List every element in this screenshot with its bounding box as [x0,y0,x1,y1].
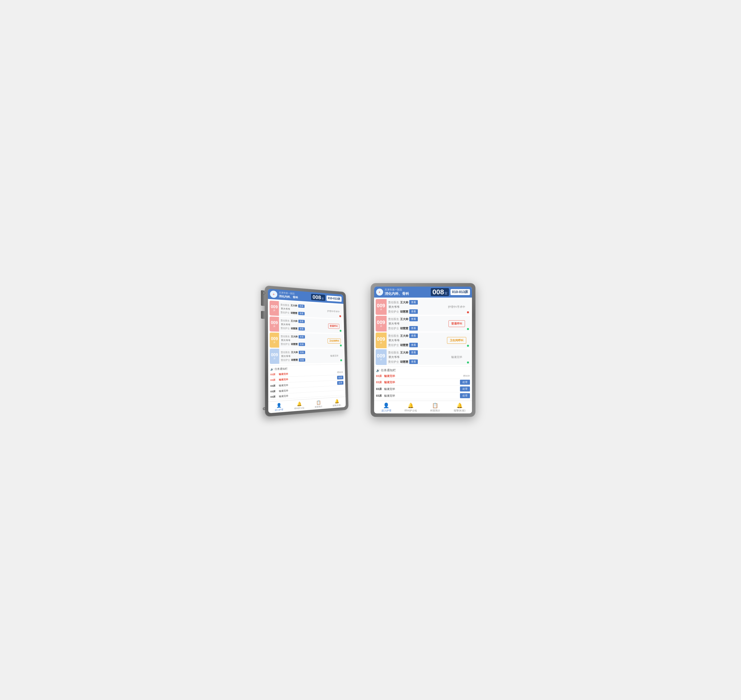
right-bed-card-3: 009 床 责任医生 王大帅 查看 郭大爷爷 责任护士 [376,332,470,348]
right-doctor-row-2: 责任医生 王大帅 查看 [388,317,441,321]
right-nav-dept[interactable]: 📋 科室简介 [423,402,447,412]
bed-num-2: 009 [271,321,278,325]
right-task-title: 🔊 任务通知栏 [376,368,470,372]
status-box-2: 普通呼叫 [328,323,339,328]
left-bottom-nav: 👤 进入护理 🔔 呼叫护士站 📋 科室简介 🔔 报警(长按) [268,396,346,413]
right-view-btn-doctor-4[interactable]: 查看 [409,350,418,355]
right-view-btn-nurse-2[interactable]: 查看 [409,326,418,331]
view-btn-doctor-2[interactable]: 查看 [298,319,305,323]
right-bed-card-1: 009 床 责任医生 王大帅 查看 郭大爷爷 责任护士 [376,299,470,315]
bed-info-3: 责任医生 王大帅 查看 郭大爷爷 责任护士 胡慧慧 查看 [279,333,325,348]
right-bed-status-1: 护理中/手术中 [443,299,470,315]
left-frame: + 天津市第一医院 消化内科、骨科 008 室 010-013床 [265,285,348,417]
right-task-section: 🔊 任务通知栏 03床 输液完毕 呼叫中 03床 输液完毕 处理 03床 [374,366,472,401]
right-status-dot-1 [467,311,469,313]
right-bed-number-4: 009 床 [376,349,387,365]
right-status-box-3: 卫生间呼叫 [447,337,466,344]
bed-card-4: 009 床 责任医生 王大帅 查看 郭大爷爷 责任护士 [269,349,343,364]
bed-number-4: 009 床 [269,349,279,364]
right-bed-info-1: 责任医生 王大帅 查看 郭大爷爷 责任护士 胡慧慧 查看 [387,299,443,315]
status-dot-1 [339,315,341,317]
right-task-row-3: 03床 输液完毕 处理 [376,386,470,393]
right-handle-btn-4[interactable]: 处理 [460,393,470,398]
hospital-name: 天津市第一医院 [279,291,310,297]
right-doctor-row-1: 责任医生 王大帅 查看 [388,300,441,304]
right-bed-status-2: 普通呼叫 [443,316,470,331]
right-bottom-nav: 👤 进入护理 🔔 呼叫护士站 📋 科室简介 🔔 报警(长按) [374,401,472,413]
right-view-btn-nurse-4[interactable]: 查看 [409,359,418,364]
right-hospital-name: 天津市第一医院 [385,288,429,291]
bed-range: 010-013床 [326,295,342,302]
nav-call[interactable]: 🔔 呼叫护士站 [289,401,309,410]
right-task-row-1: 03床 输液完毕 呼叫中 [376,374,470,379]
bed-num-4: 009 [271,353,278,357]
bed-info-1: 责任医生 王大帅 查看 郭大爷爷 责任护士 胡慧慧 查看 [279,301,325,318]
right-status-dot-4 [467,362,469,363]
room-number: 008 [312,294,321,300]
bed-number-2: 009 床 [269,316,279,332]
right-bed-status-3: 卫生间呼叫 [443,332,470,348]
left-bed-list: 009 床 责任医生 王大帅 查看 郭大爷爷 责任护士 [268,299,345,365]
right-bed-info-3: 责任医生 王大帅 查看 郭大爷爷 责任护士 胡慧慧 查看 [387,332,443,348]
bed-number-3: 009 床 [269,332,279,348]
view-btn-nurse-3[interactable]: 查看 [298,343,305,346]
right-room-number: 008 [432,288,444,296]
hospital-info: 天津市第一医院 消化内科、骨科 [279,291,310,300]
right-alarm-icon: 🔔 [456,402,463,409]
bed-number-1: 009 床 [269,301,279,316]
room-label: 室 [322,297,324,300]
view-btn-doctor-1[interactable]: 查看 [298,304,304,308]
doctor-row-2: 责任医生 王大帅 查看 [281,319,323,324]
right-bed-info-2: 责任医生 王大帅 查看 郭大爷爷 责任护士 胡慧慧 查看 [387,316,443,331]
handle-btn-3[interactable]: 处理 [337,381,343,385]
right-bed-number-2: 009 床 [376,316,387,331]
right-bed-number-1: 009 床 [376,299,387,315]
right-handle-btn-2[interactable]: 处理 [460,380,470,385]
right-view-btn-doctor-3[interactable]: 查看 [409,334,418,338]
right-view-btn-doctor-2[interactable]: 查看 [409,317,418,321]
right-call-icon: 🔔 [407,402,414,409]
patient-3: 郭大爷爷 [281,338,323,342]
view-btn-doctor-4[interactable]: 查看 [298,351,305,354]
view-btn-nurse-1[interactable]: 查看 [298,312,304,315]
nav-nursing[interactable]: 👤 进入护理 [268,402,289,412]
screw-bottom-left [263,407,266,410]
dept-icon: 📋 [316,400,321,405]
view-btn-doctor-3[interactable]: 查看 [298,335,305,338]
right-room-badge: 008 室 [431,288,449,296]
right-view-btn-nurse-1[interactable]: 查看 [409,309,418,314]
view-btn-nurse-2[interactable]: 查看 [298,327,305,331]
nav-dept[interactable]: 📋 科室简介 [309,399,328,409]
right-task-row-2: 03床 输液完毕 处理 [376,379,470,386]
nurse-row-2: 责任护士 胡慧慧 查看 [281,326,323,331]
right-bed-list: 009 床 责任医生 王大帅 查看 郭大爷爷 责任护士 [374,298,472,366]
view-btn-nurse-4[interactable]: 查看 [299,358,305,362]
bed-card-3: 009 床 责任医生 王大帅 查看 郭大爷爷 责任护士 [269,332,343,348]
right-frame: + 天津市第一医院 消化内科、骨科 008 室 010-013床 [370,283,475,417]
right-nav-nursing[interactable]: 👤 进入护理 [374,402,398,412]
alarm-icon: 🔔 [334,399,339,404]
right-bed-card-2: 009 床 责任医生 王大帅 查看 郭大爷爷 责任护士 [376,316,470,331]
right-status-box-2: 普通呼叫 [448,320,465,327]
right-nav-alarm[interactable]: 🔔 报警(长按) [447,402,472,412]
bed-card-2: 009 床 责任医生 王大帅 查看 郭大爷爷 责任护士 [269,316,343,333]
right-header: + 天津市第一医院 消化内科、骨科 008 室 010-013床 [374,287,472,298]
handle-btn-2[interactable]: 处理 [337,376,343,380]
bed-num-1: 009 [271,304,278,309]
right-screen: + 天津市第一医院 消化内科、骨科 008 室 010-013床 [374,287,472,413]
bed-info-2: 责任医生 王大帅 查看 郭大爷爷 责任护士 胡慧慧 查看 [279,317,325,333]
right-bed-info-4: 责任医生 王大帅 查看 郭大爷爷 责任护士 胡慧慧 查看 [387,349,443,365]
right-nav-call[interactable]: 🔔 呼叫护士站 [398,402,423,412]
right-view-btn-nurse-3[interactable]: 查看 [409,343,418,347]
right-handle-btn-3[interactable]: 处理 [460,387,470,391]
nav-alarm[interactable]: 🔔 报警(长按) [328,398,346,407]
right-bed-number-3: 009 床 [376,332,387,348]
left-screen: + 天津市第一医院 消化内科、骨科 008 室 010-013床 [268,288,346,413]
right-view-btn-doctor-1[interactable]: 查看 [409,300,418,304]
right-dept-icon: 📋 [432,402,438,409]
status-dot-2 [340,330,341,332]
logo-icon: + [270,290,277,298]
bed-card-1: 009 床 责任医生 王大帅 查看 郭大爷爷 责任护士 [269,301,342,319]
status-dot-3 [340,344,342,347]
scene: + 天津市第一医院 消化内科、骨科 008 室 010-013床 [266,283,475,417]
